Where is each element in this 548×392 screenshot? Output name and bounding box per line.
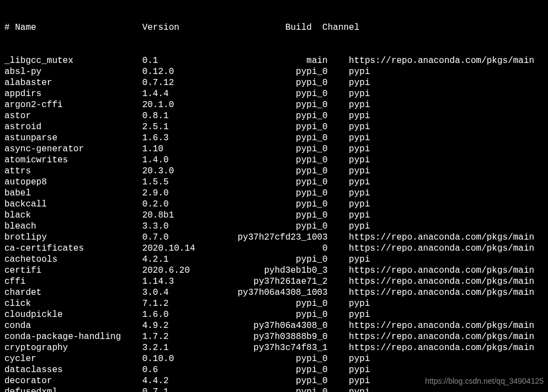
- package-row: conda-package-handling 1.7.2 py37h03888b…: [4, 331, 544, 342]
- package-row: babel 2.9.0 pypi_0 pypi: [4, 188, 544, 199]
- package-row: autopep8 1.5.5 pypi_0 pypi: [4, 177, 544, 188]
- package-row: chardet 3.0.4 py37h06a4308_1003 https://…: [4, 287, 544, 298]
- package-row: ca-certificates 2020.10.14 0 https://rep…: [4, 243, 544, 254]
- package-row: absl-py 0.12.0 pypi_0 pypi: [4, 66, 544, 77]
- package-row: cffi 1.14.3 py37h261ae71_2 https://repo.…: [4, 276, 544, 287]
- package-row: _libgcc_mutex 0.1 main https://repo.anac…: [4, 55, 544, 66]
- terminal-output: # Name Version Build Channel _libgcc_mut…: [0, 0, 548, 392]
- package-row: astroid 2.5.1 pypi_0 pypi: [4, 121, 544, 133]
- package-row: async-generator 1.10 pypi_0 pypi: [4, 144, 544, 155]
- package-row: astor 0.8.1 pypi_0 pypi: [4, 110, 544, 121]
- header-row: # Name Version Build Channel: [4, 22, 544, 33]
- package-row: conda 4.9.2 py37h06a4308_0 https://repo.…: [4, 320, 544, 331]
- package-row: certifi 2020.6.20 pyhd3eb1b0_3 https://r…: [4, 265, 544, 276]
- package-row: alabaster 0.7.12 pypi_0 pypi: [4, 77, 544, 88]
- package-row: atomicwrites 1.4.0 pypi_0 pypi: [4, 155, 544, 166]
- package-row: cycler 0.10.0 pypi_0 pypi: [4, 353, 544, 364]
- header-name: # Name Version Build Channel: [4, 23, 359, 33]
- package-row: bleach 3.3.0 pypi_0 pypi: [4, 221, 544, 232]
- package-row: attrs 20.3.0 pypi_0 pypi: [4, 166, 544, 177]
- package-row: cloudpickle 1.6.0 pypi_0 pypi: [4, 309, 544, 320]
- package-row: dataclasses 0.6 pypi_0 pypi: [4, 364, 544, 375]
- package-row: argon2-cffi 20.1.0 pypi_0 pypi: [4, 99, 544, 110]
- package-row: appdirs 1.4.4 pypi_0 pypi: [4, 88, 544, 99]
- package-row: click 7.1.2 pypi_0 pypi: [4, 298, 544, 309]
- package-row: astunparse 1.6.3 pypi_0 pypi: [4, 133, 544, 144]
- package-row: defusedxml 0.7.1 pypi_0 pypi: [4, 386, 544, 392]
- watermark-text: https://blog.csdn.net/qq_34904125: [425, 375, 544, 386]
- package-row: backcall 0.2.0 pypi_0 pypi: [4, 199, 544, 210]
- package-row: cachetools 4.2.1 pypi_0 pypi: [4, 254, 544, 265]
- package-row: brotlipy 0.7.0 py37h27cfd23_1003 https:/…: [4, 232, 544, 243]
- package-row: cryptography 3.2.1 py37h3c74f83_1 https:…: [4, 342, 544, 353]
- package-row: black 20.8b1 pypi_0 pypi: [4, 210, 544, 221]
